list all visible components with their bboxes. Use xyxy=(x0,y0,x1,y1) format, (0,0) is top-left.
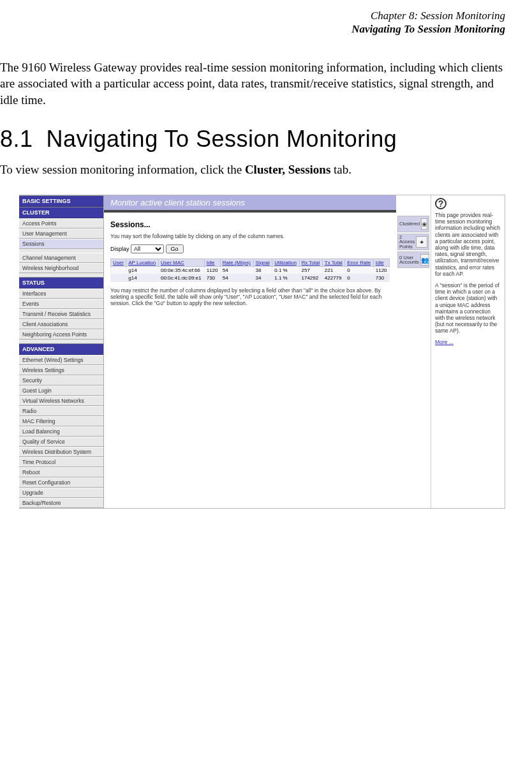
badge-clustered[interactable]: Clustered ❀ xyxy=(397,216,429,232)
nav-reset-config[interactable]: Reset Configuration xyxy=(19,477,103,488)
section-instruction: To view session monitoring information, … xyxy=(0,161,505,178)
nav-reboot[interactable]: Reboot xyxy=(19,467,103,477)
nav-time-protocol[interactable]: Time Protocol xyxy=(19,457,103,467)
sort-note: You may sort the following table by clic… xyxy=(110,233,390,239)
sessions-heading: Sessions... xyxy=(110,220,390,229)
nav-neighboring-aps[interactable]: Neighboring Access Points xyxy=(19,329,103,340)
status-badges: Clustered ❀ 2AccessPoints ✦ 0 UserAccoun… xyxy=(396,195,431,508)
nav-wds[interactable]: Wireless Distribution System xyxy=(19,447,103,457)
help-panel: ? This page provides real-time session m… xyxy=(431,195,505,508)
go-button[interactable]: Go xyxy=(166,244,184,253)
instruction-bold: Cluster, Sessions xyxy=(245,163,330,176)
right-column: Clustered ❀ 2AccessPoints ✦ 0 UserAccoun… xyxy=(396,195,505,508)
badge-clustered-label: Clustered xyxy=(399,221,420,227)
col-tx-total[interactable]: Tx Total xyxy=(322,259,344,267)
section-title: Navigating To Session Monitoring xyxy=(47,126,397,152)
col-ap-location[interactable]: AP Location xyxy=(126,259,159,267)
nav-guest-login[interactable]: Guest Login xyxy=(19,386,103,396)
col-error-rate[interactable]: Error Rate xyxy=(345,259,374,267)
table-row: g14 00:0c:41:dc:09:e1 730 54 34 1.1 % 17… xyxy=(111,274,390,282)
col-idle[interactable]: Idle xyxy=(204,259,220,267)
nav-user-management[interactable]: User Management xyxy=(19,228,103,239)
intro-paragraph: The 9160 Wireless Gateway provides real-… xyxy=(0,59,505,109)
admin-ui-screenshot: BASIC SETTINGS CLUSTER Access Points Use… xyxy=(19,195,505,509)
col-rx-total[interactable]: Rx Total xyxy=(299,259,322,267)
nav-load-balancing[interactable]: Load Balancing xyxy=(19,426,103,437)
cell-idle2: 730 xyxy=(373,274,389,282)
cell-tx: 221 xyxy=(322,267,344,274)
cell-util: 1.1 % xyxy=(272,274,299,282)
badge-ap-label: 2AccessPoints xyxy=(399,235,415,250)
nav-channel-management[interactable]: Channel Management xyxy=(19,253,103,263)
display-select[interactable]: All xyxy=(131,244,164,253)
main-panel: Monitor active client station sessions S… xyxy=(104,195,396,508)
cell-ap: g14 xyxy=(126,274,159,282)
cell-user xyxy=(111,274,126,282)
nav-access-points[interactable]: Access Points xyxy=(19,218,103,228)
section-heading: 8.1 Navigating To Session Monitoring xyxy=(0,126,505,153)
nav-wireless-settings[interactable]: Wireless Settings xyxy=(19,365,103,375)
nav-security[interactable]: Security xyxy=(19,375,103,386)
badge-access-points[interactable]: 2AccessPoints ✦ xyxy=(397,234,429,250)
nav-events[interactable]: Events xyxy=(19,299,103,309)
nav-upgrade[interactable]: Upgrade xyxy=(19,488,103,498)
access-point-icon: ✦ xyxy=(416,236,427,248)
nav-mac-filtering[interactable]: MAC Filtering xyxy=(19,416,103,426)
table-row: g14 00:0e:35:4c:ef:66 1120 54 38 0.1 % 2… xyxy=(111,267,390,274)
col-utilization[interactable]: Utilization xyxy=(272,259,299,267)
cell-err: 0 xyxy=(345,274,374,282)
cell-rate: 54 xyxy=(220,274,253,282)
nav-interfaces[interactable]: Interfaces xyxy=(19,288,103,299)
nav-basic-settings[interactable]: BASIC SETTINGS xyxy=(19,195,103,207)
cell-idle: 1120 xyxy=(204,267,220,274)
nav-status[interactable]: STATUS xyxy=(19,277,103,288)
help-paragraph-2: A "session" is the period of time in whi… xyxy=(435,282,501,334)
cell-rx: 257 xyxy=(299,267,322,274)
instruction-pre: To view session monitoring information, … xyxy=(0,163,245,176)
col-idle2[interactable]: Idle xyxy=(373,259,389,267)
display-label: Display xyxy=(110,246,129,252)
badge-user-accounts[interactable]: 0 UserAccounts 👥 xyxy=(397,251,429,268)
nav-backup-restore[interactable]: Backup/Restore xyxy=(19,498,103,508)
nav-radio[interactable]: Radio xyxy=(19,406,103,416)
cell-err: 0 xyxy=(345,267,374,274)
users-icon: 👥 xyxy=(420,254,429,266)
nav-client-associations[interactable]: Client Associations xyxy=(19,319,103,329)
cell-user xyxy=(111,267,126,274)
cell-signal: 38 xyxy=(253,267,272,274)
col-signal[interactable]: Signal xyxy=(253,259,272,267)
instruction-post: tab. xyxy=(330,163,351,176)
col-user[interactable]: User xyxy=(111,259,126,267)
nav-wireless-neighborhood[interactable]: Wireless Neighborhood xyxy=(19,263,103,273)
cell-ap: g14 xyxy=(126,267,159,274)
cell-mac: 00:0c:41:dc:09:e1 xyxy=(158,274,204,282)
nav-qos[interactable]: Quality of Service xyxy=(19,437,103,447)
nav-ethernet-settings[interactable]: Ethernet (Wired) Settings xyxy=(19,355,103,365)
col-rate[interactable]: Rate (Mbps) xyxy=(220,259,253,267)
page-title-bar: Monitor active client station sessions xyxy=(104,195,396,213)
sidebar-nav: BASIC SETTINGS CLUSTER Access Points Use… xyxy=(19,195,104,508)
badge-user-label: 0 UserAccounts xyxy=(399,255,419,265)
help-paragraph-1: This page provides real-time session mon… xyxy=(435,212,501,277)
cell-idle: 730 xyxy=(204,274,220,282)
restrict-note: You may restrict the number of columns d… xyxy=(110,287,390,306)
col-user-mac[interactable]: User MAC xyxy=(158,259,204,267)
cell-mac: 00:0e:35:4c:ef:66 xyxy=(158,267,204,274)
section-number: 8.1 xyxy=(0,126,33,152)
nav-advanced[interactable]: ADVANCED xyxy=(19,343,103,355)
nav-sessions[interactable]: Sessions xyxy=(19,239,103,249)
chapter-title: Navigating To Session Monitoring xyxy=(0,22,505,36)
cluster-icon: ❀ xyxy=(421,218,427,230)
nav-tx-rx-stats[interactable]: Transmit / Receive Statistics xyxy=(19,309,103,319)
nav-cluster[interactable]: CLUSTER xyxy=(19,207,103,218)
nav-virtual-wireless[interactable]: Virtual Wireless Networks xyxy=(19,396,103,406)
cell-tx: 422779 xyxy=(322,274,344,282)
chapter-label: Chapter 8: Session Monitoring xyxy=(0,9,505,22)
cell-rate: 54 xyxy=(220,267,253,274)
cell-util: 0.1 % xyxy=(272,267,299,274)
cell-signal: 34 xyxy=(253,274,272,282)
cell-rx: 174292 xyxy=(299,274,322,282)
sessions-table: User AP Location User MAC Idle Rate (Mbp… xyxy=(110,258,390,282)
help-more-link[interactable]: More ... xyxy=(435,339,454,345)
cell-idle2: 1120 xyxy=(373,267,389,274)
